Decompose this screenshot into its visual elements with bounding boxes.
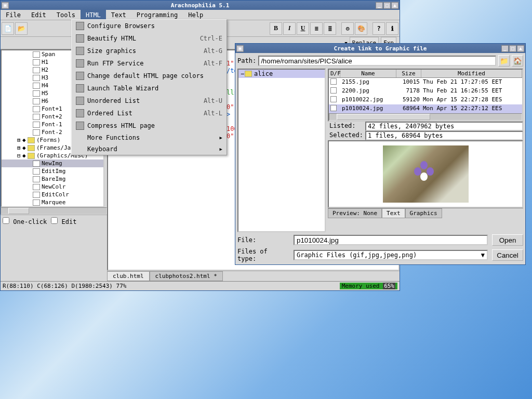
preview-image <box>383 145 469 203</box>
open-button[interactable]: Open <box>492 234 523 246</box>
dialog-folder-tree[interactable]: − alice <box>237 69 326 232</box>
menu-programming[interactable]: Programming <box>131 10 183 20</box>
file-list-scroll-h[interactable] <box>329 113 522 121</box>
italic-button[interactable]: I <box>283 22 296 35</box>
tree-folder-alice[interactable]: − alice <box>238 70 325 78</box>
ol-icon <box>76 109 84 117</box>
menu-item-configure-browsers[interactable]: Configure Browsers <box>72 20 227 32</box>
document-icon <box>33 161 40 167</box>
dialog-maximize-button[interactable]: □ <box>509 45 516 52</box>
dialog-sysmenu-icon[interactable]: ▣ <box>236 45 244 52</box>
cancel-button[interactable]: Cancel <box>492 249 523 261</box>
document-icon <box>33 122 40 128</box>
size-icon <box>76 47 84 55</box>
dialog-close-button[interactable]: ▲ <box>517 45 524 52</box>
menu-file[interactable]: File <box>1 10 26 20</box>
menu-item-keyboard[interactable]: Keyboard▶ <box>72 143 227 155</box>
document-icon <box>33 51 40 58</box>
edit-checkbox[interactable]: Edit <box>51 217 76 225</box>
ul-icon <box>76 97 84 105</box>
folder-icon <box>245 71 252 77</box>
document-icon <box>33 98 40 104</box>
bold-button[interactable]: B <box>270 22 282 35</box>
document-icon <box>33 67 40 73</box>
memory-indicator: Memory used 65% <box>340 283 397 289</box>
menu-item-ordered-list[interactable]: Ordered ListAlt-L <box>72 107 227 119</box>
compress-icon <box>76 122 84 130</box>
maximize-button[interactable]: □ <box>383 2 391 9</box>
menu-edit[interactable]: Edit <box>26 10 51 20</box>
minimize-button[interactable]: _ <box>376 2 383 9</box>
folder-icon <box>28 145 35 151</box>
tab-club[interactable]: club.html <box>107 271 150 281</box>
document-icon <box>33 184 40 190</box>
help-button[interactable]: ? <box>373 22 385 35</box>
tool-button-2[interactable]: 🎨 <box>355 22 367 35</box>
file-row[interactable]: 2200.jpg7178Thu Feb 21 16:26:55 EET <box>329 87 522 96</box>
file-list-header: D/F Name Size Modified <box>329 70 522 78</box>
col-modified[interactable]: Modified <box>421 70 522 77</box>
menu-item-run-ftp-service[interactable]: Run FTP ServiceAlt-F <box>72 57 227 70</box>
menubar: FileEditToolsHTMLTextProgrammingHelp <box>1 10 400 20</box>
underline-button[interactable]: U <box>297 22 309 35</box>
oneclick-checkbox[interactable]: One-click <box>3 217 47 225</box>
menu-item-launch-table-wizard[interactable]: Launch Table Wizard <box>72 82 227 95</box>
tree-item-newcolr[interactable]: NewColr <box>2 183 103 191</box>
document-icon <box>33 200 40 206</box>
filename-input[interactable] <box>294 235 488 245</box>
tree-scroll-h[interactable] <box>1 207 107 215</box>
tree-item-bareimg[interactable]: BareImg <box>2 175 103 183</box>
menu-item-size-graphics[interactable]: Size graphicsAlt-G <box>72 45 227 57</box>
close-button[interactable]: ▲ <box>391 2 398 9</box>
menu-item-beautify-html[interactable]: Beautify HTMLCtrl-E <box>72 32 227 45</box>
menu-html[interactable]: HTML <box>81 10 106 20</box>
filetype-select[interactable]: Graphic Files (gif,jpg,jpeg,png) ▼ <box>294 250 488 260</box>
align-button-2[interactable]: ≣ <box>324 22 336 35</box>
col-size[interactable]: Size <box>396 70 421 77</box>
align-button-1[interactable]: ≡ <box>310 22 323 35</box>
tab-clubphotos2[interactable]: clubphotos2.html * <box>150 271 223 281</box>
dialog-minimize-button[interactable]: _ <box>501 45 509 52</box>
menu-item-compress-html-page[interactable]: Compress HTML page <box>72 119 227 132</box>
menu-item-change-default-html-page-colors[interactable]: Change default HTML page colors <box>72 70 227 82</box>
tree-item-editimg[interactable]: EditImg <box>2 167 103 175</box>
info-button[interactable]: ℹ <box>386 22 398 35</box>
sysmenu-icon[interactable]: ▣ <box>2 2 9 9</box>
document-icon <box>33 106 40 112</box>
menu-tools[interactable]: Tools <box>51 10 81 20</box>
listed-value: 42 files, 2407962 bytes <box>365 122 523 131</box>
document-icon <box>33 59 40 65</box>
view-tab-graphics[interactable]: Graphics <box>405 208 442 218</box>
browser-icon <box>76 22 84 30</box>
col-name[interactable]: Name <box>340 70 396 77</box>
tree-item-newimg[interactable]: NewImg <box>2 159 103 167</box>
up-dir-button[interactable]: 📁 <box>498 55 510 66</box>
new-file-button[interactable]: 📄 <box>2 22 14 35</box>
menu-text[interactable]: Text <box>106 10 131 20</box>
main-title: Arachnophilia 5.1 <box>171 2 230 9</box>
file-row[interactable]: p1010024.jpg68964Mon Apr 15 22:27:12 EES <box>329 104 522 113</box>
home-button[interactable]: 🏠 <box>512 55 523 66</box>
file-row[interactable]: p1010022.jpg59120Mon Apr 15 22:27:28 EES <box>329 96 522 104</box>
file-row[interactable]: 2155.jpg10015Thu Feb 21 17:27:05 EET <box>329 78 522 87</box>
menu-item-unordered-list[interactable]: Unordered ListAlt-U <box>72 95 227 107</box>
document-icon <box>33 168 40 175</box>
file-label: File: <box>237 236 289 244</box>
selected-label: Selected: <box>328 131 365 140</box>
tree-item-marquee[interactable]: Marquee <box>2 198 103 206</box>
menu-help[interactable]: Help <box>183 10 208 20</box>
open-file-button[interactable]: 📂 <box>15 22 28 35</box>
document-icon <box>33 114 40 120</box>
tree-options: One-click Edit <box>1 215 107 228</box>
view-tab-preview-none[interactable]: Preview: None <box>328 208 382 218</box>
table-icon <box>76 84 84 92</box>
menu-item-more-functions[interactable]: More Functions▶ <box>72 132 227 143</box>
path-input[interactable] <box>258 56 496 66</box>
document-icon <box>33 176 40 182</box>
tool-button-1[interactable]: ⚙ <box>341 22 354 35</box>
file-list[interactable]: D/F Name Size Modified 2155.jpg10015Thu … <box>328 69 523 122</box>
file-icon <box>330 105 337 111</box>
col-df[interactable]: D/F <box>329 70 340 77</box>
tree-item-editcolr[interactable]: EditColr <box>2 191 103 198</box>
view-tab-text[interactable]: Text <box>382 208 405 218</box>
